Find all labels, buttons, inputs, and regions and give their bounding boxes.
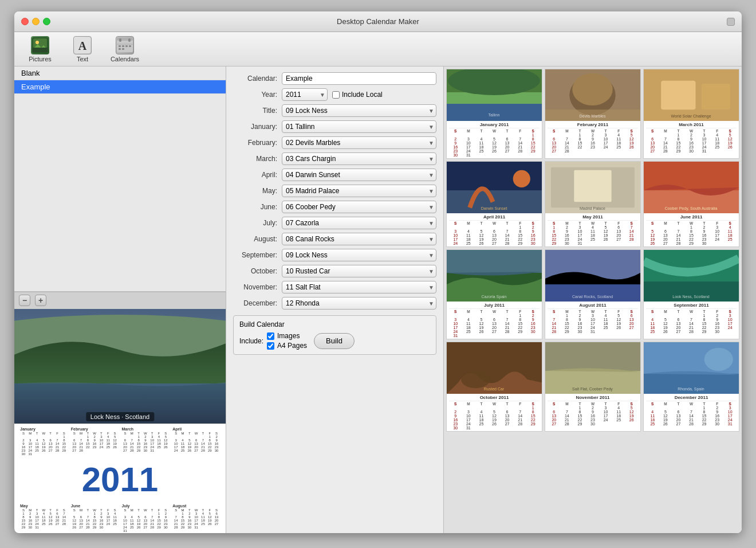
titlebar: Desktop Calendar Maker	[14, 11, 742, 32]
july-select-wrap: 07 Cazorla ▼	[282, 217, 436, 229]
svg-rect-47	[447, 250, 542, 273]
september-select-wrap: 09 Lock Ness ▼	[282, 249, 436, 261]
calendars-icon	[116, 36, 134, 54]
svg-rect-14	[125, 45, 128, 47]
add-button[interactable]: +	[35, 295, 46, 306]
february-select[interactable]: 02 Devils Marbles	[282, 136, 436, 149]
svg-text:Canal Rocks, Scotland: Canal Rocks, Scotland	[572, 295, 613, 299]
close-button[interactable]	[21, 18, 29, 25]
svg-text:Tallinn: Tallinn	[489, 113, 500, 117]
august-row: August: 08 Canal Rocks ▼	[233, 233, 436, 245]
text-toolbar-button[interactable]: A Text	[62, 35, 103, 64]
cal-mini-october: October 2011 SMTWTFS 1 2345678 910111213…	[447, 394, 542, 431]
cal-mini-november: November 2011 SMTWTFS 12345 6789101112 1…	[545, 394, 640, 427]
preview-months-bottom: May SMTWTFS 1234567 891011121314 1516171…	[19, 503, 221, 534]
svg-point-63	[704, 348, 733, 371]
main-content: Blank Example − +	[14, 66, 742, 533]
december-select[interactable]: 12 Rhonda	[282, 297, 436, 310]
year-select[interactable]: 2010 2011 2012	[282, 88, 328, 101]
october-row: October: 10 Rusted Car ▼	[233, 265, 436, 277]
preview-photo: Lock Ness · Scotland	[14, 309, 226, 424]
svg-rect-17	[122, 48, 124, 50]
cal-mini-june: June 2011 SMTWTFS 1234 567891011 1213141…	[644, 213, 739, 246]
form-panel: Calendar: Year: 2010 2011 2012 ▼	[226, 66, 444, 533]
may-label: May:	[233, 187, 282, 195]
september-label: September:	[233, 251, 282, 259]
august-select[interactable]: 08 Canal Rocks	[282, 233, 436, 245]
january-select-wrap: 01 Tallinn ▼	[282, 120, 436, 133]
calendar-cell-april: Darwin Sunset April 2011 SMTWTFS 12 3456…	[446, 161, 542, 247]
calendar-cell-march: World Solar Challenge March 2011 SMTWTFS…	[643, 69, 739, 159]
may-row: May: 05 Madrid Palace ▼	[233, 185, 436, 197]
november-select-wrap: 11 Salt Flat ▼	[282, 281, 436, 293]
april-row: April: 04 Darwin Sunset ▼	[233, 169, 436, 181]
images-checkbox[interactable]	[267, 332, 274, 340]
svg-text:Madrid Palace: Madrid Palace	[580, 206, 605, 210]
year-label: Year:	[233, 91, 282, 99]
march-label: March:	[233, 155, 282, 163]
include-local-check[interactable]	[332, 91, 340, 99]
july-label: July:	[233, 219, 282, 227]
list-item-blank[interactable]: Blank	[14, 66, 226, 80]
preview-area: Lock Ness · Scotland January SMTWTFS 1 2…	[14, 309, 226, 534]
title-select[interactable]: 09 Lock Ness	[282, 104, 436, 117]
build-button[interactable]: Build	[314, 333, 355, 349]
january-select[interactable]: 01 Tallinn	[282, 120, 436, 133]
february-label: February:	[233, 139, 282, 147]
maximize-button[interactable]	[43, 18, 50, 25]
april-select[interactable]: 04 Darwin Sunset	[282, 169, 436, 181]
may-select-wrap: 05 Madrid Palace ▼	[282, 185, 436, 197]
calendar-cell-october: Rusted Car October 2011 SMTWTFS 1 234567…	[446, 342, 542, 432]
window-title: Desktop Calendar Maker	[337, 17, 419, 26]
june-select[interactable]: 06 Coober Pedy	[282, 201, 436, 213]
svg-text:Coober Pedy, South Australia: Coober Pedy, South Australia	[665, 206, 718, 211]
a4pages-checkbox-label[interactable]: A4 Pages	[267, 342, 307, 350]
svg-point-56	[461, 371, 490, 388]
minimize-button[interactable]	[32, 18, 40, 25]
a4pages-checkbox[interactable]	[267, 342, 274, 350]
calendars-toolbar-button[interactable]: Calendars	[105, 35, 145, 64]
december-select-wrap: 12 Rhonda ▼	[282, 297, 436, 310]
november-select[interactable]: 11 Salt Flat	[282, 281, 436, 293]
build-row: Include: Images A4 Pages Bu	[239, 332, 430, 350]
include-local-label: Include Local	[342, 91, 383, 99]
calendar-cell-december: Rhonda, Spain December 2011 SMTWTFS 123 …	[643, 342, 739, 432]
april-label: April:	[233, 171, 282, 179]
august-select-wrap: 08 Canal Rocks ▼	[282, 233, 436, 245]
text-label: Text	[77, 56, 88, 62]
september-select[interactable]: 09 Lock Ness	[282, 249, 436, 261]
june-select-wrap: 06 Coober Pedy ▼	[282, 201, 436, 213]
october-select[interactable]: 10 Rusted Car	[282, 265, 436, 277]
september-row: September: 09 Lock Ness ▼	[233, 249, 436, 261]
text-icon: A	[73, 36, 92, 54]
calendar-input[interactable]	[282, 72, 436, 85]
cal-mini-july: July 2011 SMTWTFS 12 3456789 10111213141…	[447, 302, 542, 339]
include-label: Include:	[239, 337, 263, 345]
calendar-cell-june: Coober Pedy, South Australia June 2011 S…	[643, 161, 739, 247]
january-row: January: 01 Tallinn ▼	[233, 120, 436, 133]
calendar-list: Blank Example	[14, 66, 226, 292]
list-item-example[interactable]: Example	[14, 80, 226, 94]
march-select[interactable]: 03 Cars Chargin	[282, 152, 436, 165]
svg-rect-41	[574, 170, 611, 202]
svg-text:World Solar Challenge: World Solar Challenge	[671, 114, 711, 119]
preview-calendar: January SMTWTFS 1 2345678 9101112131415 …	[14, 424, 226, 534]
include-local-checkbox[interactable]: Include Local	[332, 91, 383, 99]
remove-button[interactable]: −	[19, 295, 30, 306]
preview-months-grid: January SMTWTFS 1 2345678 9101112131415 …	[19, 426, 221, 457]
cal-mini-march: March 2011 SMTWTFS 12345 6789101112 1314…	[644, 121, 739, 154]
title-row: Title: 09 Lock Ness ▼	[233, 104, 436, 117]
svg-rect-13	[122, 45, 124, 47]
images-checkbox-label[interactable]: Images	[267, 332, 307, 340]
svg-rect-12	[119, 45, 121, 47]
svg-rect-50	[545, 284, 640, 302]
pictures-toolbar-button[interactable]: Pictures	[20, 35, 60, 64]
calendar-preview-panel: Tallinn January 2011 SMTWTFS 1 2345678 9…	[444, 66, 742, 533]
july-select[interactable]: 07 Cazorla	[282, 217, 436, 229]
calendar-cell-august: Canal Rocks, Scotland August 2011 SMTWTF…	[545, 249, 641, 339]
may-select[interactable]: 05 Madrid Palace	[282, 185, 436, 197]
january-label: January:	[233, 123, 282, 131]
expand-button[interactable]	[727, 18, 735, 26]
svg-rect-9	[119, 38, 121, 42]
july-row: July: 07 Cazorla ▼	[233, 217, 436, 229]
